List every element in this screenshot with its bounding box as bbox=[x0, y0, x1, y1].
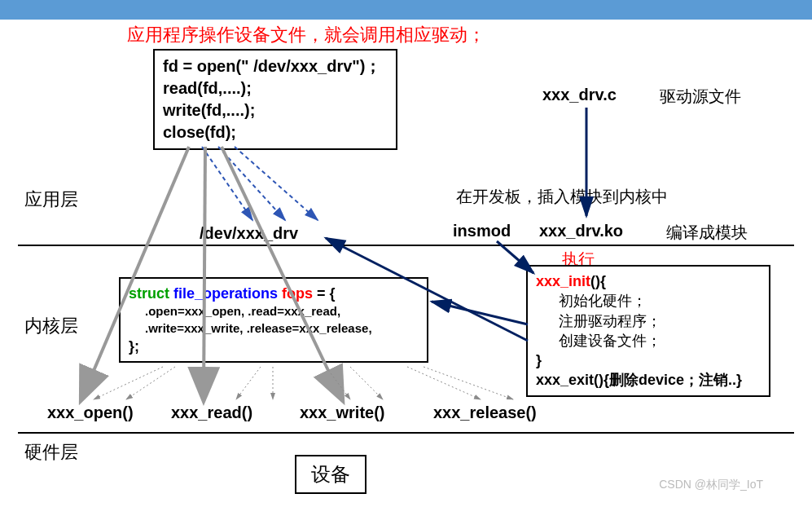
init-code-box: xxx_init(){ 初始化硬件； 注册驱动程序； 创建设备文件； } xxx… bbox=[526, 265, 770, 397]
code-line: write(fd,....); bbox=[163, 99, 388, 121]
arrows-overlay bbox=[0, 0, 812, 507]
svg-line-11 bbox=[350, 367, 383, 399]
fops-close: }; bbox=[129, 337, 419, 356]
svg-line-6 bbox=[94, 367, 163, 399]
svg-line-10 bbox=[326, 367, 350, 399]
insmod-cmd: insmod bbox=[453, 222, 511, 240]
divider-kernel-hw bbox=[18, 432, 794, 434]
svg-line-1 bbox=[218, 147, 285, 220]
kw-var: fops bbox=[282, 285, 313, 302]
init-close: } bbox=[536, 350, 761, 370]
kw-type: file_operations bbox=[173, 285, 278, 302]
layer-app-label: 应用层 bbox=[24, 187, 78, 212]
fn-xxx-read: xxx_read() bbox=[171, 403, 252, 422]
diagram-title: 应用程序操作设备文件，就会调用相应驱动； bbox=[127, 23, 485, 47]
decl-tail: = { bbox=[317, 285, 336, 302]
dev-node-text: /dev/xxx_drv bbox=[200, 224, 298, 243]
init-fn-name: xxx_init bbox=[536, 273, 590, 289]
drv-ko: xxx_drv.ko bbox=[539, 222, 623, 240]
fn-xxx-open: xxx_open() bbox=[47, 403, 134, 422]
svg-line-7 bbox=[126, 367, 175, 399]
watermark: CSDN @林同学_IoT bbox=[659, 478, 763, 492]
drv-src-file: xxx_drv.c bbox=[542, 86, 617, 104]
layer-hw-label: 硬件层 bbox=[24, 440, 78, 465]
code-line: read(fd,....); bbox=[163, 77, 388, 99]
init-fn-tail: (){ bbox=[590, 273, 606, 289]
code-line: fd = open(" /dev/xxx_drv")； bbox=[163, 55, 388, 77]
fops-code-box: struct file_operations fops = { .open=xx… bbox=[119, 277, 428, 363]
init-body-line: 注册驱动程序； bbox=[536, 311, 761, 331]
svg-line-16 bbox=[432, 302, 528, 324]
compile-mod: 编译成模块 bbox=[666, 222, 748, 244]
init-body-line: 初始化硬件； bbox=[536, 291, 761, 311]
drv-src-desc: 驱动源文件 bbox=[660, 86, 741, 108]
exit-line: xxx_exit(){删除device；注销..} bbox=[536, 370, 761, 390]
fn-xxx-write: xxx_write() bbox=[300, 403, 385, 422]
svg-line-0 bbox=[202, 147, 252, 220]
fops-body-line: .write=xxx_write, .release=xxx_release, bbox=[129, 320, 419, 337]
fn-xxx-release: xxx_release() bbox=[433, 403, 537, 422]
svg-line-2 bbox=[235, 147, 318, 220]
layer-kernel-label: 内核层 bbox=[24, 314, 78, 338]
device-box: 设备 bbox=[295, 455, 366, 494]
code-line: close(fd); bbox=[163, 121, 388, 143]
kw-struct: struct bbox=[129, 285, 169, 302]
svg-line-8 bbox=[236, 367, 261, 399]
app-code-box: fd = open(" /dev/xxx_drv")； read(fd,....… bbox=[153, 49, 397, 150]
svg-line-13 bbox=[424, 367, 513, 399]
init-body-line: 创建设备文件； bbox=[536, 331, 761, 350]
divider-app-kernel bbox=[18, 245, 794, 246]
svg-line-12 bbox=[407, 367, 481, 399]
top-bar bbox=[0, 0, 812, 20]
fops-body-line: .open=xxx_open, .read=xxx_read, bbox=[129, 303, 419, 320]
insmod-desc: 在开发板，插入模块到内核中 bbox=[456, 186, 668, 208]
